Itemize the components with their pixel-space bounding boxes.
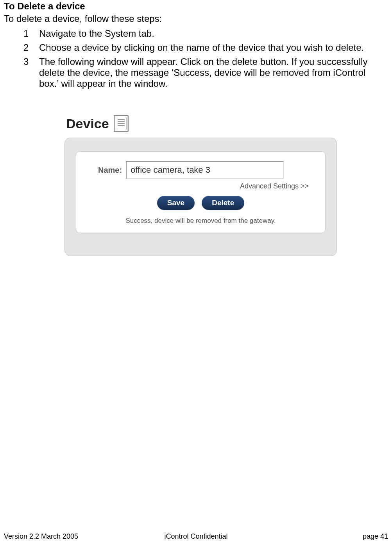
section-title: To Delete a device [4, 0, 388, 12]
delete-button[interactable]: Delete [202, 196, 244, 210]
page-footer: Version 2.2 March 2005 iControl Confiden… [4, 532, 388, 541]
dialog-inner-panel: Name: Advanced Settings >> Save Delete S… [76, 151, 326, 233]
step-number: 1 [23, 28, 39, 39]
step-item: 2Choose a device by clicking on the name… [23, 42, 388, 53]
device-page-icon [114, 115, 129, 132]
step-text: The following window will appear. Click … [39, 56, 388, 89]
step-item: 3The following window will appear. Click… [23, 56, 388, 89]
footer-center: iControl Confidential [4, 532, 388, 541]
steps-list: 1Navigate to the System tab. 2Choose a d… [23, 28, 388, 89]
name-label: Name: [98, 166, 122, 175]
dialog-header: Device [64, 113, 337, 138]
button-row: Save Delete [84, 196, 317, 210]
step-number: 3 [23, 56, 39, 89]
name-row: Name: [98, 161, 317, 179]
dialog-outer-panel: Name: Advanced Settings >> Save Delete S… [64, 138, 337, 256]
step-text: Choose a device by clicking on the name … [39, 42, 388, 53]
device-name-input[interactable] [126, 161, 284, 179]
save-button[interactable]: Save [157, 196, 195, 210]
step-text: Navigate to the System tab. [39, 28, 388, 39]
step-item: 1Navigate to the System tab. [23, 28, 388, 39]
dialog-title: Device [66, 116, 109, 131]
device-dialog-screenshot: Device Name: Advanced Settings >> Save D… [64, 113, 337, 256]
step-number: 2 [23, 42, 39, 53]
advanced-settings-link[interactable]: Advanced Settings >> [84, 182, 309, 190]
intro-text: To delete a device, follow these steps: [4, 13, 388, 24]
success-message: Success, device will be removed from the… [84, 217, 317, 225]
